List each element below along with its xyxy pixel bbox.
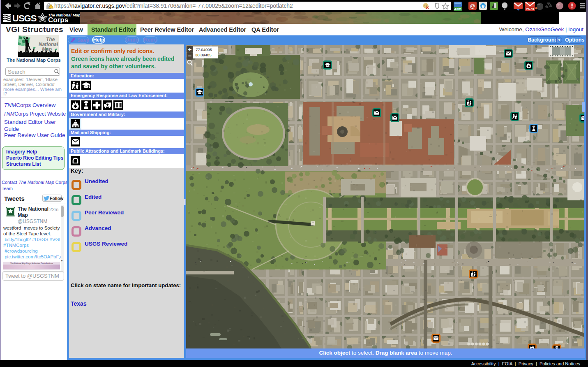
svg-text:USGS: USGS — [12, 13, 37, 23]
svg-text:−: − — [188, 52, 192, 59]
svg-text:e: e — [482, 3, 484, 9]
svg-text:38.89405: 38.89405 — [195, 53, 212, 57]
svg-text:-77.04005: -77.04005 — [194, 47, 212, 52]
svg-text:+: + — [188, 46, 192, 53]
svg-text:@: @ — [470, 3, 475, 9]
svg-text:43m: 43m — [454, 7, 461, 11]
svg-text:2573: 2573 — [526, 7, 534, 11]
svg-text:Corps: Corps — [48, 16, 68, 24]
svg-text:Map: Map — [42, 46, 52, 52]
